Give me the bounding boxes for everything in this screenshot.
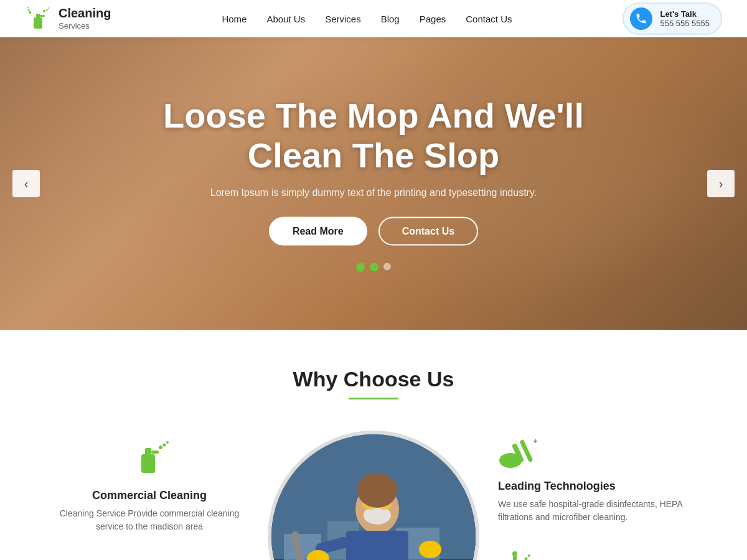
main-nav: Home About Us Services Blog Pages Contac… [222, 14, 512, 24]
hero-heading-line2: Clean The Slop [248, 136, 500, 175]
why-left-column: Commercial Cleaning Cleaning Service Pro… [37, 431, 261, 560]
svg-point-5 [48, 7, 49, 9]
contact-us-button[interactable]: Contact Us [378, 217, 478, 245]
svg-point-12 [159, 446, 162, 449]
hero-heading-line1: Loose The Mop And We'll [163, 96, 584, 135]
cta-text: Let's Talk 555 555 5555 [660, 9, 710, 28]
hero-subtext: Lorem Ipsum is simply dummy text of the … [118, 187, 629, 198]
nav-services[interactable]: Services [325, 14, 361, 24]
spray-bottle-icon [50, 437, 249, 480]
phone-number: 555 555 5555 [660, 19, 710, 28]
dot-2[interactable] [370, 263, 378, 271]
commercial-text: Cleaning Service Provide commercial clea… [50, 507, 249, 533]
section-underline [349, 398, 398, 399]
hero-section: ‹ › Loose The Mop And We'll Clean The Sl… [0, 37, 747, 330]
logo-text: Cleaning Services [59, 6, 111, 31]
phone-icon [630, 7, 652, 30]
logo-icon [25, 5, 52, 32]
why-choose-us-section: Why Choose Us Commercial Cleaning [0, 330, 747, 560]
why-grid: Commercial Cleaning Cleaning Service Pro… [37, 431, 710, 560]
svg-point-6 [29, 11, 31, 14]
nav-contact[interactable]: Contact Us [466, 14, 512, 24]
svg-point-3 [43, 10, 45, 12]
svg-point-47 [528, 554, 530, 557]
nav-pages[interactable]: Pages [420, 14, 446, 24]
hero-dots [118, 263, 629, 271]
svg-rect-27 [346, 531, 408, 560]
hero-next-button[interactable]: › [707, 170, 735, 197]
hero-prev-button[interactable]: ‹ [12, 170, 40, 197]
commercial-heading: Commercial Cleaning [50, 489, 249, 502]
svg-rect-11 [151, 450, 159, 454]
nav-about[interactable]: About Us [266, 14, 305, 24]
bottle-apartment-icon [498, 549, 697, 560]
svg-point-33 [419, 541, 441, 558]
read-more-button[interactable]: Read More [269, 217, 367, 245]
lets-talk-label: Let's Talk [660, 9, 710, 19]
svg-rect-2 [40, 15, 45, 17]
center-image-wrapper [261, 431, 486, 560]
svg-point-13 [163, 444, 166, 447]
svg-point-14 [166, 441, 169, 444]
svg-point-49 [512, 551, 517, 556]
center-circle-image [268, 431, 479, 560]
hero-heading: Loose The Mop And We'll Clean The Slop [118, 96, 629, 176]
why-item-commercial: Commercial Cleaning Cleaning Service Pro… [37, 437, 261, 533]
svg-rect-1 [36, 14, 40, 19]
hero-buttons: Read More Contact Us [118, 217, 629, 245]
technologies-text: We use safe hospital-grade disinfectants… [498, 498, 697, 524]
why-item-technologies: Leading Technologies We use safe hospita… [486, 437, 710, 524]
site-header: Cleaning Services Home About Us Services… [0, 0, 747, 37]
brand-sub: Services [59, 21, 90, 30]
why-section-title: Why Choose Us [37, 367, 710, 391]
svg-point-7 [28, 9, 30, 11]
svg-rect-9 [141, 454, 155, 473]
svg-rect-10 [145, 448, 151, 455]
nav-blog[interactable]: Blog [381, 14, 400, 24]
svg-point-8 [27, 7, 29, 8]
dot-1[interactable] [356, 263, 365, 271]
nav-home[interactable]: Home [222, 14, 247, 24]
why-right-column: Leading Technologies We use safe hospita… [486, 431, 710, 560]
why-item-apartment: Apartment Cleaning Our reliable and stab… [486, 549, 710, 560]
svg-rect-0 [34, 17, 42, 29]
worker-image-sim [271, 434, 476, 560]
logo[interactable]: Cleaning Services [25, 5, 111, 32]
hero-content: Loose The Mop And We'll Clean The Slop L… [118, 96, 629, 272]
technologies-heading: Leading Technologies [498, 480, 697, 493]
broom-tech-icon [498, 437, 697, 471]
header-cta[interactable]: Let's Talk 555 555 5555 [622, 2, 722, 35]
brand-name: Cleaning [59, 6, 111, 20]
svg-point-46 [525, 558, 528, 561]
dot-3[interactable] [383, 263, 391, 270]
svg-point-4 [46, 9, 48, 11]
svg-point-37 [357, 473, 397, 508]
